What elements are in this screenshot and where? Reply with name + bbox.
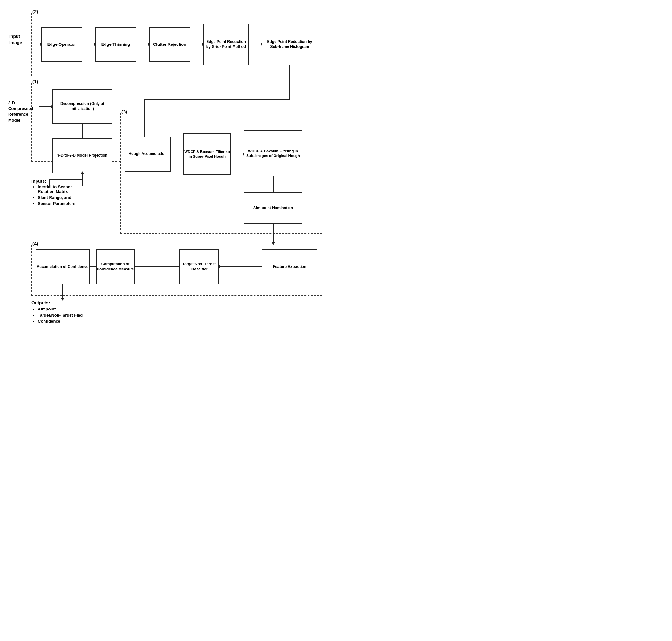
arrow-wdcp1-wdcp2: [231, 154, 244, 154]
arrow-et-cr: [136, 44, 149, 44]
arrow-aim-feat: [273, 224, 274, 243]
section3-label: (3): [121, 109, 127, 114]
section1-label: (1): [32, 79, 38, 84]
computation-box: Computation of Confidence Measure: [96, 249, 135, 284]
arrow-inputs-h: [49, 179, 82, 180]
outputs-header: Outputs:: [31, 300, 50, 305]
compressed-model-label: 3-DCompressedReferenceModel: [8, 100, 33, 123]
arrow-cr-epg: [190, 44, 203, 44]
clutter-rejection-box: Clutter Rejection: [149, 27, 190, 62]
inputs-header: Inputs:: [31, 179, 46, 184]
output-bullet-3: Confidence: [38, 319, 87, 324]
accumulation-box: Accumulation of Confidence: [36, 249, 90, 284]
arrow-input-edge: [28, 44, 41, 44]
arrow-inputs-proj: [82, 173, 83, 186]
arrow-cm-decomp: [39, 107, 52, 107]
wdcp-super-box: WDCP & Boxsum Filtering in Super-Pixel H…: [183, 134, 231, 175]
target-classifier-box: Target/Non -Target Classifier: [179, 249, 219, 284]
input-bullet-3: Sensor Parameters: [38, 201, 76, 206]
model-projection-box: 3-D-to-2-D Model Projection: [52, 138, 112, 173]
output-bullet-2: Target/Non-Target Flag: [38, 313, 87, 317]
arrow-tgt-comp: [135, 266, 179, 267]
arrow-hough-wdcp1: [170, 154, 183, 154]
arrow-decomp-proj: [82, 124, 83, 138]
input-bullet-2: Slant Range, and: [38, 195, 76, 200]
arrow-wdcp2-aim: [273, 176, 274, 192]
wdcp-original-box: WDCP & Boxsum Filtering in Sub- images o…: [244, 130, 302, 176]
edge-thinning-box: Edge Thinning: [95, 27, 136, 62]
aimpoint-box: Aim-point Nomination: [244, 192, 302, 224]
input-image-label: InputImage: [9, 33, 22, 46]
section2-label: (2): [32, 9, 38, 14]
arrow-inputs-v: [49, 179, 50, 187]
feature-extraction-box: Feature Extraction: [262, 249, 317, 284]
arrow-accum-out: [62, 284, 63, 299]
hough-accumulation-box: Hough Accumulation: [125, 137, 170, 172]
arrow-epg-eps: [249, 44, 262, 44]
edge-point-grid-box: Edge Point Reduction by Grid- Point Meth…: [203, 24, 249, 65]
edge-operator-box: Edge Operator: [41, 27, 82, 62]
outputs-list: Aimpoint Target/Non-Target Flag Confiden…: [31, 307, 87, 324]
inputs-list: Inertial-to-SensorRotation Matrix Slant …: [31, 184, 76, 207]
input-bullet-1: Inertial-to-SensorRotation Matrix: [38, 184, 76, 194]
section4-label: (4): [32, 241, 38, 246]
arrow-feat-tgt: [219, 266, 262, 267]
arrow-eps-left: [144, 99, 290, 100]
edge-point-subframe-box: Edge Point Reduction by Sub-frame Histog…: [262, 24, 317, 65]
arrow-eps-down: [289, 65, 290, 100]
arrow-eo-et: [82, 44, 95, 44]
decompression-box: Decompression (Only at initialization): [52, 89, 112, 124]
output-bullet-1: Aimpoint: [38, 307, 87, 311]
